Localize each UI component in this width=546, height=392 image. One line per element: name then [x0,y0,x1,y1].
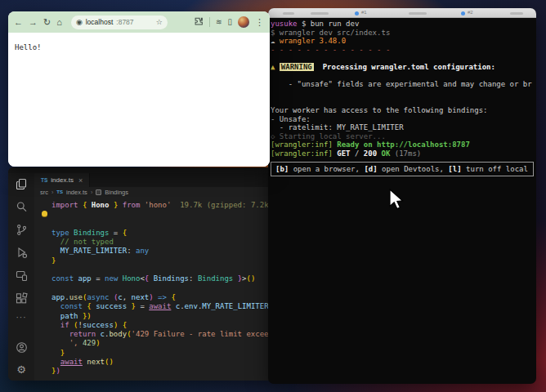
tab-index-ts[interactable]: TS index.ts × [34,173,90,187]
code-line: MY_RATE_LIMITER: any [51,247,274,256]
lightbulb-icon[interactable] [42,211,47,216]
url-bar[interactable]: ◉ localhost:8787 ☆ [71,16,168,29]
terminal-line: - Unsafe: [271,115,536,124]
page-text: Hello! [15,43,42,51]
desktop-wallpaper: ··· ⚙ TS index.ts × src › [0,0,546,392]
forward-icon[interactable]: → [29,18,38,27]
settings-gear-icon[interactable]: ⚙ [16,364,26,375]
code-line: await next() [51,358,274,367]
run-debug-icon[interactable] [15,247,28,259]
terminal-line: ▲ WARNING Processing wrangler.toml confi… [271,63,536,72]
tab-title-blob [283,12,294,15]
tab-activity-dot [355,11,359,16]
terminal-line [271,72,536,81]
terminal-line: ◇ Starting local server... [271,132,536,141]
code-line [51,210,274,219]
more-actions-icon[interactable]: ··· [16,315,27,320]
terminal-line: - - - - - - - - - - - - - - [271,46,536,55]
code-line: ', 429) [51,339,274,348]
breadcrumb-file[interactable]: index.ts [66,189,87,196]
terminal-line: ☁ wrangler 3.48.0 [271,37,536,46]
terminal-line: yusuke $ bun run dev [271,20,536,29]
tab-title-blob [510,12,523,15]
code-line [51,265,274,274]
remote-explorer-icon[interactable] [15,270,28,282]
tab-title-blob [409,12,427,15]
url-host: localhost [86,18,114,26]
vscode-titlebar[interactable] [8,167,274,173]
terminal-tab-bar[interactable]: #1 #2 [268,8,536,18]
breadcrumb[interactable]: src › TS index.ts › Bindings [34,187,274,197]
browser-toolbar: ← → ↻ ⌂ ◉ localhost:8787 ☆ ≋ ▯ ⋮ [8,11,270,33]
bookmark-star-icon[interactable]: ☆ [156,18,163,26]
code-line: const { success } = await c.env.MY_RATE_… [51,302,274,311]
tab-title-blob [311,12,329,15]
mouse-cursor [389,189,405,211]
terminal-line [271,89,536,98]
code-area[interactable]: import { Hono } from 'hono' 19.7k (gzipp… [34,197,274,376]
terminal-line: - ratelimit: MY_RATE_LIMITER [271,123,536,132]
toolbar-divider [209,17,210,27]
extensions-puzzle-icon[interactable] [195,15,204,29]
terminal-line: Your worker has access to the following … [271,106,536,115]
code-line: }) [51,367,274,376]
tab-close-icon[interactable]: × [78,176,83,185]
breadcrumb-src[interactable]: src [40,189,48,196]
profile-avatar[interactable] [238,16,249,28]
side-panel-icon[interactable]: ▯ [227,18,232,26]
code-line: type Bindings = { [51,229,274,238]
tab-indicator[interactable]: #2 [468,10,473,15]
browser-menu-icon[interactable]: ⋮ [255,18,264,27]
home-icon[interactable]: ⌂ [56,18,62,27]
typescript-file-icon: TS [41,177,47,183]
typescript-file-icon: TS [56,189,63,194]
tab-label: index.ts [51,176,74,184]
terminal-line: [wrangler:inf] GET / 200 OK (17ms) [271,149,536,158]
vscode-editor: TS index.ts × src › TS index.ts › Bindin… [34,173,274,381]
url-port: :8787 [116,18,133,26]
terminal-output[interactable]: yusuke $ bun run dev$ wrangler dev src/i… [268,18,536,176]
browser-window: ← → ↻ ⌂ ◉ localhost:8787 ☆ ≋ ▯ ⋮ Hello! [8,11,270,167]
code-line: // not typed [51,238,274,247]
account-icon[interactable] [15,341,28,354]
terminal-line: [wrangler:inf] Ready on http://localhost… [271,140,536,149]
back-icon[interactable]: ← [14,18,23,27]
reload-icon[interactable]: ↻ [43,18,51,27]
breadcrumb-symbol[interactable]: Bindings [105,189,128,196]
editor-tab-bar: TS index.ts × [34,173,274,187]
pinned-extension-icon[interactable]: ≋ [216,19,222,26]
code-line: const app = new Hono<{ Bindings: Binding… [51,274,274,283]
tab-indicator[interactable]: #1 [361,10,367,15]
chevron-right-icon: › [91,189,92,195]
site-info-icon[interactable]: ◉ [76,19,83,26]
code-line: if (!success) { [51,321,274,330]
terminal-line [271,97,536,106]
code-line: return c.body('429 Failure - rate limit … [51,330,274,339]
terminal-line [271,54,536,63]
code-line [51,284,274,293]
explorer-icon[interactable] [15,178,28,190]
wrangler-hotkey-bar[interactable]: [b] open a browser, [d] open Devtools, [… [271,162,534,177]
code-line: } [51,256,274,265]
browser-viewport[interactable]: Hello! [8,33,270,167]
vscode-activity-bar: ··· ⚙ [8,173,34,381]
search-icon[interactable] [15,201,28,213]
code-line: } [51,349,274,358]
code-line: app.use(async (c, next) => { [51,293,274,302]
terminal-line: $ wrangler dev src/index.ts [271,29,536,38]
extensions-icon[interactable] [15,292,28,305]
chevron-right-icon: › [51,189,53,195]
code-line [51,220,274,229]
tab-activity-dot [461,11,465,16]
code-line: path }) [51,312,274,321]
hotkey-line: [b] open a browser, [d] open Devtools, [… [275,165,529,174]
vscode-window: ··· ⚙ TS index.ts × src › [8,167,274,381]
source-control-icon[interactable] [15,224,28,236]
terminal-line: - "unsafe" fields are experimental and m… [271,80,536,89]
symbol-type-icon [96,189,101,195]
code-line: import { Hono } from 'hono' 19.7k (gzipp… [51,201,274,210]
